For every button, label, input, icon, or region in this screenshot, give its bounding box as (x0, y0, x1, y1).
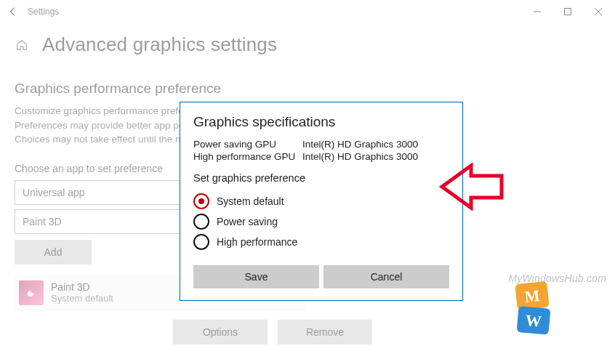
add-button-label: Add (44, 246, 63, 258)
svg-rect-0 (565, 9, 571, 15)
save-button[interactable]: Save (193, 265, 319, 288)
radio-icon (193, 214, 209, 230)
radio-power-saving[interactable]: Power saving (193, 211, 449, 232)
titlebar: Settings (0, 0, 615, 23)
maximize-button[interactable] (552, 1, 583, 22)
app-name: Settings (28, 7, 59, 17)
minimize-icon (534, 8, 541, 15)
dialog-title: Graphics specifications (193, 114, 449, 130)
app-picker-value: Paint 3D (23, 216, 62, 227)
radio-high-performance[interactable]: High performance (193, 232, 449, 252)
dialog-actions: Save Cancel (193, 264, 449, 288)
remove-button[interactable]: Remove (278, 320, 372, 344)
add-button[interactable]: Add (15, 240, 92, 264)
list-item-pref: System default (51, 293, 113, 304)
list-item-text: Paint 3D System default (51, 281, 113, 304)
spec-key: Power saving GPU (193, 139, 302, 150)
back-button[interactable] (1, 0, 25, 23)
section-heading: Graphics performance preference (15, 81, 600, 97)
spec-key: High performance GPU (193, 151, 302, 162)
radio-label: High performance (217, 236, 297, 248)
radio-icon (193, 193, 209, 209)
maximize-icon (564, 8, 571, 15)
radio-label: System default (217, 195, 284, 207)
spec-value: Intel(R) HD Graphics 3000 (302, 151, 449, 162)
home-icon[interactable] (15, 38, 29, 52)
cancel-button[interactable]: Cancel (323, 265, 449, 288)
settings-window: { "titlebar": { "app_name": "Settings" }… (0, 0, 615, 364)
close-icon (595, 8, 602, 15)
back-arrow-icon (8, 7, 18, 17)
options-button[interactable]: Options (173, 320, 268, 344)
dialog-subheading: Set graphics preference (193, 172, 449, 184)
page-title: Advanced graphics settings (42, 33, 277, 56)
annotation-arrow-icon (438, 163, 505, 214)
app-type-value: Universal app (23, 187, 85, 198)
radio-system-default[interactable]: System default (193, 191, 449, 211)
spec-value: Intel(R) HD Graphics 3000 (302, 139, 449, 150)
app-tile-icon (19, 280, 44, 305)
svg-text:W: W (525, 311, 542, 331)
svg-text:M: M (523, 286, 540, 306)
graphics-spec-dialog: Graphics specifications Power saving GPU… (180, 102, 463, 301)
radio-icon (193, 234, 209, 250)
gpu-spec-table: Power saving GPU Intel(R) HD Graphics 30… (193, 139, 449, 162)
list-item-name: Paint 3D (51, 281, 113, 293)
page-header: Advanced graphics settings (0, 23, 615, 60)
close-button[interactable] (583, 1, 614, 22)
watermark-logo-icon: M W (510, 281, 557, 341)
minimize-button[interactable] (522, 1, 552, 22)
radio-label: Power saving (217, 216, 278, 227)
